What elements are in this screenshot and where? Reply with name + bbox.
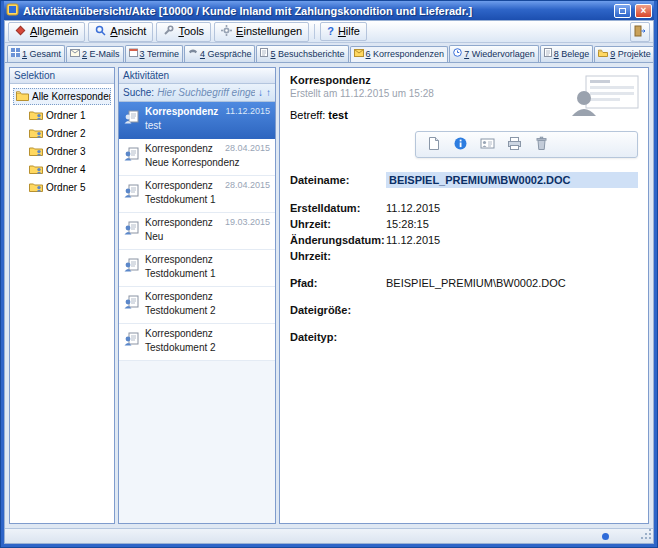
- tab-gesamt[interactable]: 1 Gesamt: [7, 45, 65, 62]
- menu-item-allgemein[interactable]: Allgemein: [8, 22, 85, 42]
- document-toolbar: [415, 131, 638, 158]
- app-icon: [6, 3, 19, 18]
- gesamt-icon: [11, 48, 20, 59]
- close-button[interactable]: ×: [635, 4, 652, 18]
- menu-label: Allgemein: [30, 25, 78, 37]
- field-label: Uhrzeit:: [290, 218, 386, 230]
- folder-icon: [16, 90, 29, 103]
- list-item[interactable]: Korrespondenz Neu 19.03.2015: [119, 213, 275, 250]
- item-subtitle: Neu: [145, 231, 271, 242]
- menu-label: Hilfe: [338, 25, 360, 37]
- resize-grip[interactable]: [640, 528, 652, 542]
- tree-item-ordner-3[interactable]: Ordner 3: [27, 144, 111, 159]
- tab-gespraeche[interactable]: 4 Gespräche: [184, 45, 256, 62]
- tree-item-label: Ordner 4: [46, 164, 85, 175]
- belege-icon: [544, 48, 552, 59]
- maximize-button[interactable]: [614, 4, 631, 18]
- list-item[interactable]: Korrespondenz test 11.12.2015: [119, 102, 275, 139]
- correspondence-icon: [124, 220, 139, 237]
- menu-label: Tools: [178, 25, 204, 37]
- field-value-highlighted: BEISPIEL_PREMIUM\BW0002.DOC: [386, 172, 638, 188]
- tab-label: 4 Gespräche: [200, 49, 252, 59]
- tree-item-ordner-2[interactable]: Ordner 2: [27, 126, 111, 141]
- list-item[interactable]: Korrespondenz Testdokument 2: [119, 287, 275, 324]
- correspondence-icon: [124, 146, 139, 163]
- tab-label: 7 Wiedervorlagen: [464, 49, 535, 59]
- folder-user-icon: [29, 145, 43, 158]
- correspondence-icon: [124, 109, 139, 126]
- projekte-icon: [598, 49, 608, 59]
- tree-root-label: Alle Korrespondenzen: [32, 91, 111, 102]
- item-date: 11.12.2015: [226, 106, 270, 116]
- tab-korrespondenzen[interactable]: 6 Korrespondenzen: [350, 46, 449, 63]
- search-input[interactable]: [157, 87, 255, 98]
- contact-card-button[interactable]: [480, 136, 495, 153]
- menu-item-ansicht[interactable]: Ansicht: [88, 22, 153, 42]
- list-item[interactable]: Korrespondenz Neue Korrespondenz 28.04.2…: [119, 139, 275, 176]
- menubar: Allgemein Ansicht Tools Einstellungen ? …: [5, 21, 653, 43]
- menu-item-hilfe[interactable]: ? Hilfe: [320, 22, 367, 41]
- field-value: BEISPIEL_PREMIUM\BW0002.DOC: [386, 277, 638, 289]
- einstellungen-icon: [221, 25, 232, 38]
- tab-emails[interactable]: 2 E-Mails: [66, 46, 124, 62]
- close-icon: ×: [641, 6, 647, 16]
- sort-descending-icon[interactable]: ↓: [258, 87, 263, 98]
- tab-label: 8 Belege: [554, 49, 590, 59]
- list-item[interactable]: Korrespondenz Testdokument 1 28.04.2015: [119, 176, 275, 213]
- sort-ascending-icon[interactable]: ↑: [266, 87, 271, 98]
- tree-item-label: Ordner 1: [46, 110, 85, 121]
- tree-item-label: Ordner 5: [46, 182, 85, 193]
- folder-user-icon: [29, 127, 43, 140]
- hilfe-icon: ?: [327, 25, 334, 37]
- menu-item-einstellungen[interactable]: Einstellungen: [214, 22, 309, 42]
- item-subtitle: test: [145, 120, 271, 131]
- allgemein-icon: [15, 25, 26, 38]
- item-subtitle: Testdokument 2: [145, 342, 271, 353]
- item-subtitle: Neue Korrespondenz: [145, 157, 271, 168]
- window-title: Aktivitätenübersicht/Akte [10000 / Kunde…: [23, 5, 610, 17]
- print-button[interactable]: [507, 136, 522, 153]
- tree-item-alle-korrespondenzen[interactable]: Alle Korrespondenzen: [13, 88, 111, 105]
- menu-item-tools[interactable]: Tools: [156, 22, 211, 42]
- contact-card-icon: [480, 136, 495, 153]
- tab-wiedervorlagen[interactable]: 7 Wiedervorlagen: [449, 45, 539, 62]
- list-item[interactable]: Korrespondenz Testdokument 2: [119, 324, 275, 361]
- print-icon: [507, 136, 522, 153]
- tree-item-ordner-5[interactable]: Ordner 5: [27, 180, 111, 195]
- tree-item-label: Ordner 3: [46, 146, 85, 157]
- selection-panel-header: Selektion: [10, 68, 114, 84]
- item-date: 28.04.2015: [225, 143, 270, 153]
- field-row-uhrzeit-1: Uhrzeit: 15:28:15: [290, 216, 638, 231]
- tree-item-ordner-1[interactable]: Ordner 1: [27, 108, 111, 123]
- tab-besuchsberichte[interactable]: 5 Besuchsberichte: [256, 45, 348, 62]
- folder-user-icon: [29, 109, 43, 122]
- activities-panel-header: Aktivitäten: [119, 68, 275, 84]
- selection-panel: Selektion Alle Korrespondenzen Ordner 1 …: [9, 67, 115, 524]
- gespraeche-icon: [188, 48, 198, 59]
- tree-item-ordner-4[interactable]: Ordner 4: [27, 162, 111, 177]
- field-list: Dateiname: BEISPIEL_PREMIUM\BW0002.DOC E…: [290, 172, 638, 345]
- field-value: 15:28:15: [386, 218, 638, 230]
- korrespondenzen-icon: [354, 49, 364, 59]
- document-button[interactable]: [426, 136, 441, 153]
- item-title: Korrespondenz: [145, 291, 271, 302]
- field-row-aenderungsdatum: Änderungsdatum: 11.12.2015: [290, 232, 638, 247]
- tabbar: 1 Gesamt 2 E-Mails 3 Termine 4 Gespräche…: [5, 43, 653, 63]
- ansicht-icon: [95, 25, 106, 38]
- field-value: 11.12.2015: [386, 202, 638, 214]
- list-item[interactable]: Korrespondenz Testdokument 1: [119, 250, 275, 287]
- tab-label: 1 Gesamt: [22, 49, 61, 59]
- tab-label: 5 Besuchsberichte: [270, 49, 344, 59]
- info-button[interactable]: [453, 136, 468, 153]
- delete-button[interactable]: [534, 136, 549, 153]
- tab-termine[interactable]: 3 Termine: [125, 45, 183, 62]
- main-area: Selektion Alle Korrespondenzen Ordner 1 …: [5, 63, 653, 528]
- tab-belege[interactable]: 8 Belege: [540, 45, 594, 62]
- field-row-dateigroesse: Dateigröße:: [290, 302, 638, 317]
- field-label: Uhrzeit:: [290, 250, 386, 262]
- titlebar: Aktivitätenübersicht/Akte [10000 / Kunde…: [4, 1, 654, 20]
- item-subtitle: Testdokument 2: [145, 305, 271, 316]
- exit-button[interactable]: [630, 22, 650, 42]
- tab-projekte[interactable]: 9 Projekte: [594, 46, 653, 62]
- tab-label: 6 Korrespondenzen: [366, 49, 445, 59]
